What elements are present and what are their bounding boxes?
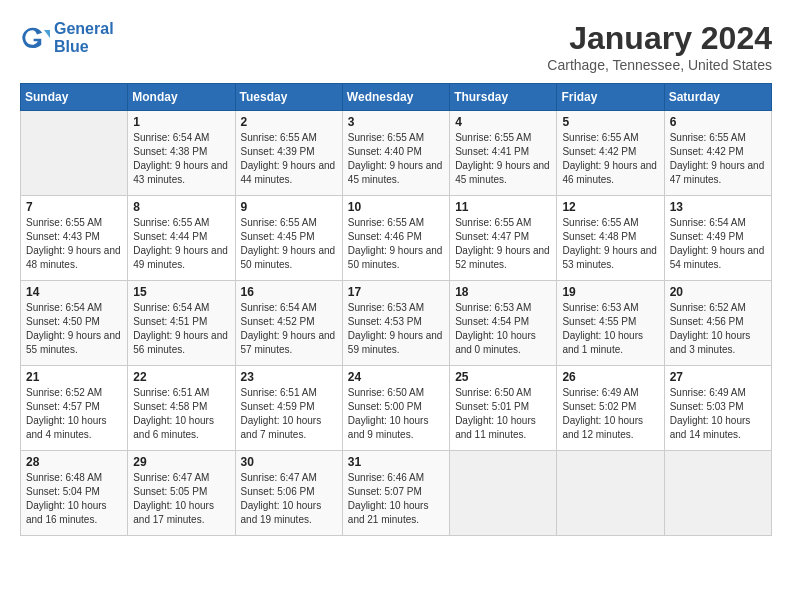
day-number: 8 xyxy=(133,200,229,214)
day-number: 30 xyxy=(241,455,337,469)
day-info: Sunrise: 6:51 AMSunset: 4:58 PMDaylight:… xyxy=(133,386,229,442)
day-info: Sunrise: 6:55 AMSunset: 4:43 PMDaylight:… xyxy=(26,216,122,272)
day-info: Sunrise: 6:46 AMSunset: 5:07 PMDaylight:… xyxy=(348,471,444,527)
day-number: 26 xyxy=(562,370,658,384)
calendar-cell: 28Sunrise: 6:48 AMSunset: 5:04 PMDayligh… xyxy=(21,451,128,536)
calendar-cell xyxy=(664,451,771,536)
calendar-header: SundayMondayTuesdayWednesdayThursdayFrid… xyxy=(21,84,772,111)
page-header: General Blue January 2024 Carthage, Tenn… xyxy=(20,20,772,73)
calendar-cell: 20Sunrise: 6:52 AMSunset: 4:56 PMDayligh… xyxy=(664,281,771,366)
calendar-week-1: 1Sunrise: 6:54 AMSunset: 4:38 PMDaylight… xyxy=(21,111,772,196)
calendar-cell: 18Sunrise: 6:53 AMSunset: 4:54 PMDayligh… xyxy=(450,281,557,366)
calendar-cell xyxy=(450,451,557,536)
day-number: 27 xyxy=(670,370,766,384)
calendar-cell: 12Sunrise: 6:55 AMSunset: 4:48 PMDayligh… xyxy=(557,196,664,281)
calendar-cell: 1Sunrise: 6:54 AMSunset: 4:38 PMDaylight… xyxy=(128,111,235,196)
logo-text: General Blue xyxy=(54,20,114,56)
calendar-cell: 16Sunrise: 6:54 AMSunset: 4:52 PMDayligh… xyxy=(235,281,342,366)
day-info: Sunrise: 6:53 AMSunset: 4:54 PMDaylight:… xyxy=(455,301,551,357)
day-number: 6 xyxy=(670,115,766,129)
weekday-header-friday: Friday xyxy=(557,84,664,111)
calendar-week-4: 21Sunrise: 6:52 AMSunset: 4:57 PMDayligh… xyxy=(21,366,772,451)
day-info: Sunrise: 6:54 AMSunset: 4:51 PMDaylight:… xyxy=(133,301,229,357)
day-number: 14 xyxy=(26,285,122,299)
calendar-week-2: 7Sunrise: 6:55 AMSunset: 4:43 PMDaylight… xyxy=(21,196,772,281)
day-number: 13 xyxy=(670,200,766,214)
day-info: Sunrise: 6:55 AMSunset: 4:44 PMDaylight:… xyxy=(133,216,229,272)
calendar-cell: 2Sunrise: 6:55 AMSunset: 4:39 PMDaylight… xyxy=(235,111,342,196)
month-title: January 2024 xyxy=(547,20,772,57)
day-number: 24 xyxy=(348,370,444,384)
day-number: 22 xyxy=(133,370,229,384)
weekday-header-monday: Monday xyxy=(128,84,235,111)
day-number: 9 xyxy=(241,200,337,214)
day-number: 25 xyxy=(455,370,551,384)
calendar-cell: 31Sunrise: 6:46 AMSunset: 5:07 PMDayligh… xyxy=(342,451,449,536)
day-number: 19 xyxy=(562,285,658,299)
day-info: Sunrise: 6:55 AMSunset: 4:39 PMDaylight:… xyxy=(241,131,337,187)
calendar-cell: 14Sunrise: 6:54 AMSunset: 4:50 PMDayligh… xyxy=(21,281,128,366)
day-number: 1 xyxy=(133,115,229,129)
calendar-body: 1Sunrise: 6:54 AMSunset: 4:38 PMDaylight… xyxy=(21,111,772,536)
day-info: Sunrise: 6:54 AMSunset: 4:50 PMDaylight:… xyxy=(26,301,122,357)
weekday-header-saturday: Saturday xyxy=(664,84,771,111)
day-info: Sunrise: 6:54 AMSunset: 4:49 PMDaylight:… xyxy=(670,216,766,272)
day-number: 20 xyxy=(670,285,766,299)
calendar-cell: 21Sunrise: 6:52 AMSunset: 4:57 PMDayligh… xyxy=(21,366,128,451)
day-number: 23 xyxy=(241,370,337,384)
weekday-header-sunday: Sunday xyxy=(21,84,128,111)
calendar-cell: 22Sunrise: 6:51 AMSunset: 4:58 PMDayligh… xyxy=(128,366,235,451)
weekday-header-row: SundayMondayTuesdayWednesdayThursdayFrid… xyxy=(21,84,772,111)
calendar-cell: 6Sunrise: 6:55 AMSunset: 4:42 PMDaylight… xyxy=(664,111,771,196)
calendar-cell: 11Sunrise: 6:55 AMSunset: 4:47 PMDayligh… xyxy=(450,196,557,281)
day-info: Sunrise: 6:55 AMSunset: 4:42 PMDaylight:… xyxy=(670,131,766,187)
calendar-week-5: 28Sunrise: 6:48 AMSunset: 5:04 PMDayligh… xyxy=(21,451,772,536)
day-info: Sunrise: 6:55 AMSunset: 4:45 PMDaylight:… xyxy=(241,216,337,272)
day-info: Sunrise: 6:55 AMSunset: 4:47 PMDaylight:… xyxy=(455,216,551,272)
day-info: Sunrise: 6:48 AMSunset: 5:04 PMDaylight:… xyxy=(26,471,122,527)
calendar-cell xyxy=(557,451,664,536)
day-info: Sunrise: 6:53 AMSunset: 4:55 PMDaylight:… xyxy=(562,301,658,357)
calendar-cell: 13Sunrise: 6:54 AMSunset: 4:49 PMDayligh… xyxy=(664,196,771,281)
svg-marker-0 xyxy=(44,30,50,38)
day-number: 16 xyxy=(241,285,337,299)
calendar-cell: 27Sunrise: 6:49 AMSunset: 5:03 PMDayligh… xyxy=(664,366,771,451)
day-number: 17 xyxy=(348,285,444,299)
logo-icon xyxy=(20,26,50,50)
calendar-cell: 19Sunrise: 6:53 AMSunset: 4:55 PMDayligh… xyxy=(557,281,664,366)
title-block: January 2024 Carthage, Tennessee, United… xyxy=(547,20,772,73)
calendar-cell: 8Sunrise: 6:55 AMSunset: 4:44 PMDaylight… xyxy=(128,196,235,281)
weekday-header-wednesday: Wednesday xyxy=(342,84,449,111)
calendar-cell: 29Sunrise: 6:47 AMSunset: 5:05 PMDayligh… xyxy=(128,451,235,536)
day-number: 21 xyxy=(26,370,122,384)
calendar-cell: 10Sunrise: 6:55 AMSunset: 4:46 PMDayligh… xyxy=(342,196,449,281)
calendar-week-3: 14Sunrise: 6:54 AMSunset: 4:50 PMDayligh… xyxy=(21,281,772,366)
day-info: Sunrise: 6:55 AMSunset: 4:46 PMDaylight:… xyxy=(348,216,444,272)
logo: General Blue xyxy=(20,20,114,56)
calendar-cell: 15Sunrise: 6:54 AMSunset: 4:51 PMDayligh… xyxy=(128,281,235,366)
calendar-table: SundayMondayTuesdayWednesdayThursdayFrid… xyxy=(20,83,772,536)
day-number: 31 xyxy=(348,455,444,469)
day-number: 2 xyxy=(241,115,337,129)
day-info: Sunrise: 6:49 AMSunset: 5:02 PMDaylight:… xyxy=(562,386,658,442)
day-info: Sunrise: 6:54 AMSunset: 4:38 PMDaylight:… xyxy=(133,131,229,187)
calendar-cell: 25Sunrise: 6:50 AMSunset: 5:01 PMDayligh… xyxy=(450,366,557,451)
calendar-cell: 5Sunrise: 6:55 AMSunset: 4:42 PMDaylight… xyxy=(557,111,664,196)
day-info: Sunrise: 6:52 AMSunset: 4:56 PMDaylight:… xyxy=(670,301,766,357)
weekday-header-tuesday: Tuesday xyxy=(235,84,342,111)
day-info: Sunrise: 6:47 AMSunset: 5:05 PMDaylight:… xyxy=(133,471,229,527)
calendar-cell: 7Sunrise: 6:55 AMSunset: 4:43 PMDaylight… xyxy=(21,196,128,281)
day-number: 15 xyxy=(133,285,229,299)
day-info: Sunrise: 6:54 AMSunset: 4:52 PMDaylight:… xyxy=(241,301,337,357)
day-number: 28 xyxy=(26,455,122,469)
day-info: Sunrise: 6:51 AMSunset: 4:59 PMDaylight:… xyxy=(241,386,337,442)
weekday-header-thursday: Thursday xyxy=(450,84,557,111)
calendar-cell xyxy=(21,111,128,196)
day-number: 5 xyxy=(562,115,658,129)
day-info: Sunrise: 6:55 AMSunset: 4:48 PMDaylight:… xyxy=(562,216,658,272)
calendar-cell: 24Sunrise: 6:50 AMSunset: 5:00 PMDayligh… xyxy=(342,366,449,451)
location: Carthage, Tennessee, United States xyxy=(547,57,772,73)
day-number: 11 xyxy=(455,200,551,214)
day-number: 7 xyxy=(26,200,122,214)
calendar-cell: 4Sunrise: 6:55 AMSunset: 4:41 PMDaylight… xyxy=(450,111,557,196)
